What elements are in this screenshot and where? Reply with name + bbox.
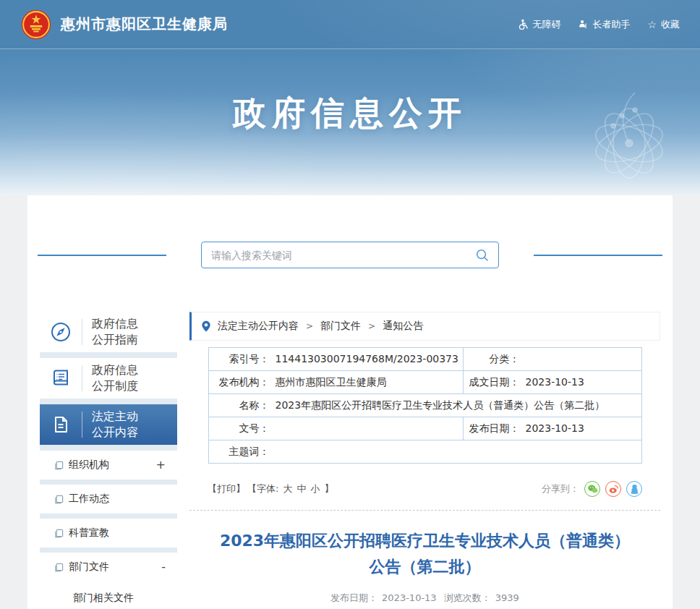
- table-row: 名称：2023年惠阳区公开招聘医疗卫生专业技术人员（普通类）公告（第二批）: [208, 394, 641, 417]
- wechat-share-icon[interactable]: [584, 481, 600, 497]
- index-number-cell: 索引号：11441303007194768M/2023-00373: [208, 348, 463, 371]
- category-cell: 分类：: [463, 348, 641, 371]
- wheelchair-icon: [517, 19, 528, 30]
- left-decorative-line: [38, 255, 166, 256]
- breadcrumb: 法定主动公开内容 > 部门文件 > 通知公告: [189, 312, 660, 341]
- page-icon: [54, 461, 64, 470]
- table-row: 主题词：: [208, 440, 641, 464]
- font-size-controls: 【字体:大中小】: [245, 482, 336, 495]
- collapse-toggle[interactable]: -: [161, 561, 166, 573]
- name-value: 2023年惠阳区公开招聘医疗卫生专业技术人员（普通类）公告（第二批）: [276, 399, 605, 411]
- table-row: 发布机构：惠州市惠阳区卫生健康局 成文日期：2023-10-13: [208, 371, 641, 394]
- publisher-label: 发布机构：: [209, 376, 270, 389]
- national-emblem-icon: [20, 9, 52, 41]
- name-label: 名称：: [209, 399, 270, 412]
- sidebar-item-work-news[interactable]: 工作动态: [40, 485, 177, 514]
- article-controls: 【打印】 【字体:大中小】 分享到：: [208, 481, 642, 497]
- qq-share-icon[interactable]: [626, 481, 642, 497]
- content-card: 政府信息 公开指南 政府信息 公开制度: [27, 195, 673, 609]
- article-publish-date-label: 发布日期：: [330, 592, 377, 603]
- sidebar-item-science-education[interactable]: 科普宣教: [40, 519, 177, 548]
- accessibility-label: 无障碍: [532, 18, 560, 31]
- sidebar-item-system-label: 政府信息 公开制度: [82, 362, 138, 393]
- banner-title: 政府信息公开: [233, 91, 467, 136]
- sidebar-item-science-education-label: 科普宣教: [69, 527, 109, 540]
- keywords-cell: 主题词：: [208, 440, 641, 464]
- font-size-small-button[interactable]: 小: [310, 483, 320, 494]
- written-date-cell: 成文日期：2023-10-13: [463, 371, 641, 394]
- table-row: 索引号：11441303007194768M/2023-00373 分类：: [208, 348, 641, 371]
- sidebar-item-work-news-label: 工作动态: [69, 493, 109, 506]
- category-label: 分类：: [464, 353, 520, 366]
- star-icon: ☆: [647, 20, 657, 30]
- publish-date-label: 发布日期：: [464, 422, 520, 435]
- flower-decoration-icon: [521, 56, 687, 195]
- sidebar-item-organization[interactable]: 组织机构 +: [40, 451, 177, 480]
- breadcrumb-separator: >: [306, 321, 313, 331]
- article-meta: 发布日期：2023-10-13 浏览次数：3939: [189, 592, 660, 605]
- print-button[interactable]: 【打印】: [208, 482, 245, 495]
- compass-icon: [40, 321, 82, 343]
- location-pin-icon: [201, 320, 211, 332]
- table-row: 文号： 发布日期：2023-10-13: [208, 417, 641, 440]
- font-size-large-button[interactable]: 大: [283, 483, 292, 494]
- font-size-suffix: 】: [324, 483, 333, 494]
- elder-helper-label: 长者助手: [592, 18, 630, 31]
- share-bar: 分享到：: [542, 481, 642, 497]
- publish-date-cell: 发布日期：2023-10-13: [463, 417, 641, 440]
- article-views: 3939: [495, 592, 519, 603]
- keywords-label: 主题词：: [209, 446, 270, 459]
- elder-person-icon: [578, 20, 588, 30]
- sidebar-item-department-related-files[interactable]: 部门相关文件: [40, 582, 177, 605]
- document-icon: [40, 414, 82, 435]
- sidebar-item-department-files[interactable]: 部门文件 -: [40, 553, 177, 582]
- favorite-label: 收藏: [661, 18, 680, 31]
- publisher-cell: 发布机构：惠州市惠阳区卫生健康局: [208, 371, 463, 394]
- article-title: 2023年惠阳区公开招聘医疗卫生专业技术人员（普通类）公告（第二批）: [214, 528, 636, 581]
- breadcrumb-separator: >: [368, 321, 375, 331]
- index-number-value: 11441303007194768M/2023-00373: [276, 353, 458, 365]
- search-icon[interactable]: [475, 248, 489, 262]
- weibo-share-icon[interactable]: [605, 481, 621, 497]
- accessibility-link[interactable]: 无障碍: [517, 18, 560, 31]
- breadcrumb-department-files[interactable]: 部门文件: [320, 320, 361, 333]
- site-title: 惠州市惠阳区卫生健康局: [61, 14, 228, 34]
- search-input[interactable]: [211, 250, 475, 261]
- publish-date-value: 2023-10-13: [526, 422, 584, 434]
- name-cell: 名称：2023年惠阳区公开招聘医疗卫生专业技术人员（普通类）公告（第二批）: [208, 394, 641, 417]
- sidebar-item-guide[interactable]: 政府信息 公开指南: [40, 312, 177, 352]
- header-utility-links: 无障碍 长者助手 ☆ 收藏: [517, 18, 680, 31]
- search-row: [27, 242, 673, 268]
- font-size-prefix: 【字体:: [247, 483, 278, 494]
- page-icon: [54, 529, 64, 538]
- favorite-link[interactable]: ☆ 收藏: [647, 18, 680, 31]
- expand-toggle[interactable]: +: [156, 459, 166, 471]
- share-label: 分享到：: [542, 482, 579, 495]
- page-icon: [54, 563, 64, 572]
- main-content: 法定主动公开内容 > 部门文件 > 通知公告 索引号：1144130300719…: [189, 312, 660, 609]
- breadcrumb-notices[interactable]: 通知公告: [383, 320, 423, 333]
- written-date-label: 成文日期：: [464, 376, 520, 389]
- written-date-value: 2023-10-13: [526, 376, 584, 388]
- elder-helper-link[interactable]: 长者助手: [578, 18, 630, 31]
- dashed-divider: [189, 510, 660, 511]
- sidebar-item-statutory-content-label: 法定主动 公开内容: [82, 409, 138, 440]
- book-icon: [40, 367, 82, 389]
- sidebar-item-organization-label: 组织机构: [69, 459, 109, 472]
- sidebar: 政府信息 公开指南 政府信息 公开制度: [40, 312, 177, 609]
- article-publish-date: 2023-10-13: [382, 592, 437, 603]
- sidebar-group-department-files: 部门文件 - 部门相关文件: [40, 553, 177, 609]
- page-icon: [54, 495, 64, 504]
- right-decorative-line: [534, 255, 662, 256]
- breadcrumb-statutory-content[interactable]: 法定主动公开内容: [218, 320, 299, 333]
- document-info-table: 索引号：11441303007194768M/2023-00373 分类： 发布…: [208, 347, 642, 464]
- sidebar-item-department-files-label: 部门文件: [69, 561, 109, 574]
- site-header: 惠州市惠阳区卫生健康局 无障碍 长者助手 ☆ 收藏: [0, 0, 700, 49]
- page-banner: 政府信息公开: [0, 49, 700, 195]
- index-number-label: 索引号：: [209, 353, 270, 366]
- doc-number-label: 文号：: [209, 422, 270, 435]
- doc-number-cell: 文号：: [208, 417, 463, 440]
- font-size-medium-button[interactable]: 中: [296, 483, 306, 494]
- sidebar-item-statutory-content[interactable]: 法定主动 公开内容: [40, 404, 177, 445]
- sidebar-item-system[interactable]: 政府信息 公开制度: [40, 358, 177, 399]
